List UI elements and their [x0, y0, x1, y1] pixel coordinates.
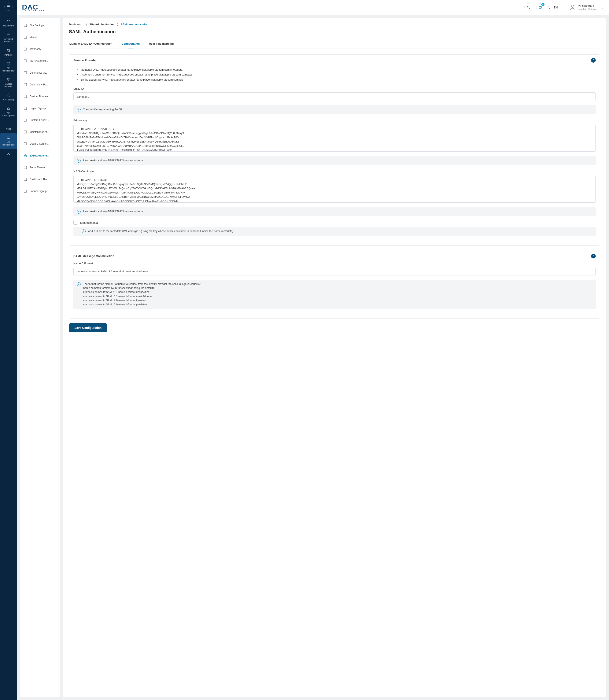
rail-item-apps[interactable]: Apps — [0, 120, 17, 134]
sign-metadata-checkbox[interactable] — [73, 221, 77, 225]
info-icon: i — [77, 108, 81, 111]
entity-id-input[interactable] — [73, 92, 596, 101]
sp-metadata-item: Metadata URL: https://dacdev.oneapimarke… — [81, 67, 596, 72]
service-provider-panel: Service Provider ⌃ Metadata URL: https:/… — [69, 54, 600, 246]
crumb-site-admin[interactable]: Site Administration — [89, 23, 115, 26]
crumb-dashboard[interactable]: Dashboard — [69, 23, 83, 26]
svg-rect-20 — [24, 83, 27, 86]
svg-rect-28 — [24, 178, 27, 180]
lang-label: EN — [554, 6, 558, 9]
sidebar-item-label: Portal Theme — [30, 166, 45, 169]
grid-icon — [23, 35, 28, 39]
theme-icon — [23, 165, 28, 170]
sidebar-item-comments-mo[interactable]: Comments Mo... — [21, 69, 59, 76]
sidebar-item-saml-authent[interactable]: SAML Authent... — [21, 152, 59, 159]
gear-icon — [6, 61, 11, 66]
hamburger-icon — [6, 5, 10, 8]
dash-theme-icon — [23, 177, 28, 181]
sidebar-item-dashboard-the[interactable]: Dashboard The... — [21, 176, 59, 183]
sidebar-item-custom-error-p[interactable]: Custom Error P... — [21, 116, 59, 124]
sidebar-item-smtp-authenti[interactable]: SMTP Authenti... — [21, 57, 59, 65]
signup-icon — [23, 189, 28, 193]
rail-item-dashboard[interactable]: Dashboard — [0, 17, 17, 30]
chevron-down-icon: ⌄ — [602, 6, 604, 9]
bell-icon — [6, 106, 11, 111]
save-configuration-button[interactable]: Save Configuration — [69, 323, 107, 332]
info-icon: i — [77, 159, 81, 163]
header: DAC DIGITAL APICRAFT 0 EN ⌄ — [17, 0, 609, 15]
person-icon — [6, 151, 11, 156]
user-greeting: Hi Swetha V — [578, 4, 599, 7]
rail-item-api-administration[interactable]: API Administration — [0, 59, 17, 75]
left-rail: DashboardAPIs and ProductsPartnersAPI Ad… — [0, 0, 17, 700]
rail-item-label: API Administration — [1, 67, 16, 72]
sidebar-item-label: Maintenance M... — [30, 130, 49, 134]
sidebar-item-maintenance-m[interactable]: Maintenance M... — [21, 128, 59, 136]
sidebar-item-label: Custom Error P... — [30, 119, 49, 122]
private-key-textarea[interactable] — [73, 124, 596, 152]
hamburger-button[interactable] — [4, 2, 13, 11]
sidebar-item-site-settings[interactable]: Site Settings — [21, 21, 59, 29]
tab-configuration[interactable]: Configuration — [121, 40, 140, 48]
nameid-input[interactable] — [73, 267, 596, 276]
sidebar-item-portal-theme[interactable]: Portal Theme — [21, 164, 59, 171]
sidebar-item-community-pa[interactable]: Community Pa... — [21, 81, 59, 88]
sidebar-item-label: Menus — [30, 36, 37, 39]
sidebar-item-label: Login / Signup ... — [30, 107, 49, 110]
svg-point-14 — [571, 5, 574, 7]
crumb-current: SAML Authentication — [121, 23, 149, 26]
users-icon — [6, 48, 11, 53]
rail-item-manage-partners[interactable]: Manage Partners — [0, 75, 17, 91]
flask-icon — [6, 93, 11, 98]
search-button[interactable] — [524, 3, 533, 12]
sidebar-item-label: Taxonomy — [30, 48, 41, 51]
svg-rect-7 — [9, 123, 10, 124]
rail-item-apis-and-products[interactable]: APIs and Products — [0, 30, 17, 46]
sidebar-item-menus[interactable]: Menus — [21, 33, 59, 41]
home-icon — [6, 19, 11, 24]
sidebar-item-taxonomy[interactable]: Taxonomy — [21, 45, 59, 53]
svg-rect-16 — [24, 36, 27, 38]
sidebar-item-label: Dashboard The... — [30, 178, 49, 181]
rail-item-site-administration[interactable]: Site Administration — [0, 133, 17, 149]
svg-rect-19 — [24, 71, 27, 74]
sidebar-item-custom-domain[interactable]: Custom Domain — [21, 93, 59, 100]
grid-icon — [6, 122, 11, 127]
sidebar-item-openid-conne[interactable]: OpenID Conne... — [21, 140, 59, 147]
sp-panel-header[interactable]: Service Provider ⌃ — [69, 55, 600, 66]
language-selector[interactable]: EN ⌄ — [548, 6, 565, 9]
info-icon: i — [77, 282, 81, 286]
notifications-button[interactable]: 0 — [536, 3, 544, 12]
rail-item-api-testing[interactable]: API Testing — [0, 91, 17, 104]
sp-metadata-list: Metadata URL: https://dacdev.oneapimarke… — [73, 67, 596, 82]
nameid-label: NameID Format — [73, 262, 596, 265]
svg-point-5 — [9, 78, 10, 79]
bell-icon — [538, 5, 542, 9]
chat-icon — [23, 71, 28, 75]
cert-textarea[interactable] — [73, 175, 596, 203]
package-icon — [6, 32, 11, 37]
sidebar-item-label: Partner Signup ... — [30, 190, 49, 193]
logo-sub: DIGITAL APICRAFT — [22, 10, 46, 12]
rail-item-partners[interactable]: Partners — [0, 46, 17, 59]
svg-rect-17 — [24, 48, 27, 50]
logo[interactable]: DAC DIGITAL APICRAFT — [22, 3, 46, 12]
sidebar-item-partner-signup[interactable]: Partner Signup ... — [21, 187, 59, 195]
lock-icon — [23, 154, 28, 158]
user-menu[interactable]: Hi Swetha V swetha.v@digitala... ⌄ — [569, 4, 604, 11]
svg-rect-24 — [24, 131, 27, 133]
sign-metadata-label: Sign metadata — [80, 221, 98, 224]
gear-icon — [23, 23, 28, 28]
private-key-label: Private Key — [73, 119, 596, 122]
rail-item-user[interactable] — [0, 149, 17, 159]
nameid-help: i The format for the NameID attribute to… — [73, 280, 596, 309]
tabs: Multiple SAML IDP ConfigurationConfigura… — [69, 40, 600, 49]
sidebar-item-login-signup[interactable]: Login / Signup ... — [21, 104, 59, 112]
msg-panel-header[interactable]: SAML Message Construction ⌃ — [69, 250, 600, 262]
tab-multiple-saml-idp-configuration[interactable]: Multiple SAML IDP Configuration — [69, 40, 113, 48]
sp-metadata-item: Assertion Consumer Service: https://dacd… — [81, 72, 596, 77]
tab-user-field-mapping[interactable]: User field mapping — [149, 40, 174, 48]
svg-point-3 — [8, 63, 9, 64]
svg-point-4 — [7, 78, 8, 80]
rail-item-api-subscriptions[interactable]: API Subscriptions — [0, 104, 17, 120]
